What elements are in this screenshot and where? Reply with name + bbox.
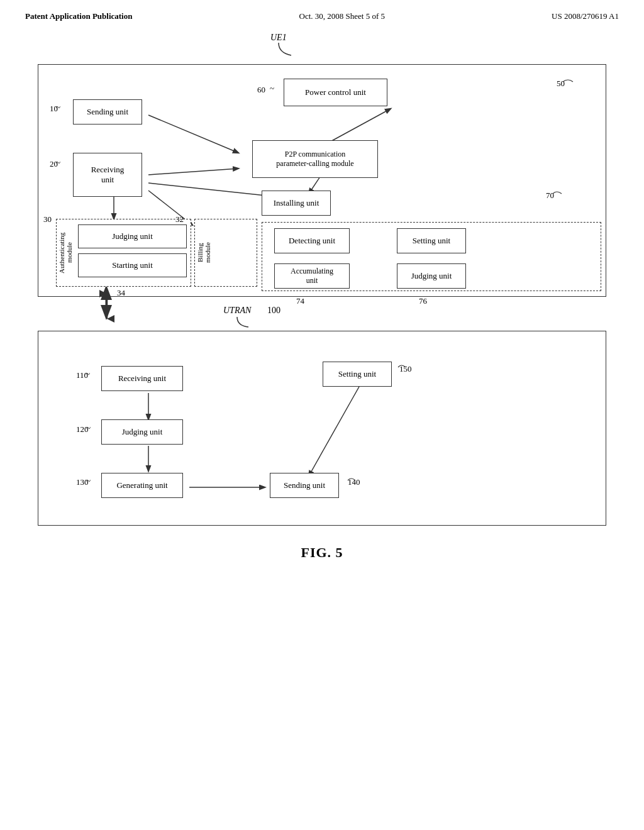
svg-line-15: [309, 387, 359, 476]
svg-line-0: [148, 115, 238, 153]
power-control-unit-box: Power control unit: [284, 79, 387, 106]
svg-line-2: [148, 183, 277, 197]
header-left: Patent Application Publication: [25, 11, 132, 21]
installing-unit-box: Installing unit: [262, 191, 331, 216]
judging-unit-76-box: Judging unit: [397, 263, 466, 289]
judging-unit-auth-box: Judging unit: [78, 224, 187, 248]
setting-unit-box: Setting unit: [397, 228, 466, 253]
ref-30: 30: [43, 214, 52, 224]
accumulating-unit-box: Accumulating unit: [274, 263, 350, 289]
utran-label-area: UTRAN 100: [38, 303, 606, 331]
utran-judging-unit-box: Judging unit: [101, 419, 183, 445]
p2p-module-box: P2P communication parameter-calling modu…: [252, 140, 378, 178]
billing-module-box: Billing module: [194, 219, 257, 287]
header-right: US 2008/270619 A1: [552, 11, 619, 21]
ref-34: 34: [117, 288, 125, 298]
ref-60: 60: [257, 85, 265, 95]
utran-diagram-box: 110 ~ Receiving unit 120 ~ Judging unit …: [38, 331, 606, 526]
utran-receiving-unit-box: Receiving unit: [101, 366, 183, 391]
ref-32: 32: [175, 214, 184, 224]
utran-label: UTRAN: [223, 306, 251, 316]
ue1-diagram-box: 10 ~ Sending unit 20 ~ Receiving unit 60…: [38, 64, 606, 297]
authenticating-module-label: Authenticating module: [57, 219, 74, 286]
main-content: UE1: [0, 26, 644, 586]
sending-unit-box: Sending unit: [73, 99, 142, 124]
receiving-unit-box: Receiving unit: [73, 153, 142, 197]
utran-setting-unit-box: Setting unit: [323, 362, 392, 387]
utran-sending-unit-box: Sending unit: [270, 473, 339, 498]
authenticating-module-box: Authenticating module Judging unit Start…: [56, 219, 191, 287]
starting-unit-box: Starting unit: [78, 253, 187, 277]
utran-number: 100: [267, 306, 280, 316]
utran-generating-unit-box: Generating unit: [101, 473, 183, 498]
svg-line-1: [148, 169, 238, 175]
figure-label: FIG. 5: [38, 538, 606, 573]
ue1-label-area: UE1: [38, 33, 606, 64]
page-header: Patent Application Publication Oct. 30, …: [0, 0, 644, 26]
billing-module-label: Billing module: [195, 219, 213, 286]
ue1-bracket-svg: [267, 42, 305, 59]
utran-bracket-svg: [223, 316, 261, 329]
detecting-unit-box: Detecting unit: [274, 228, 350, 253]
header-center: Oct. 30, 2008 Sheet 5 of 5: [299, 11, 385, 21]
